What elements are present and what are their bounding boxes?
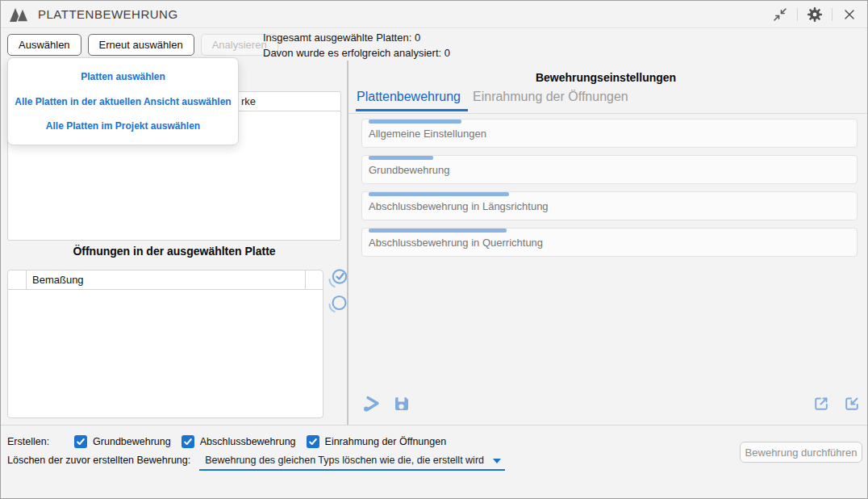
delete-mode-value: Bewehrung des gleichen Typs löschen wie …	[205, 455, 484, 466]
menu-item-select-all-in-project[interactable]: Alle Platten im Projekt auswählen	[8, 120, 238, 132]
settings-gear-icon[interactable]	[805, 5, 824, 24]
active-tab-underline	[356, 109, 468, 111]
chevron-down-icon	[493, 459, 501, 463]
export-settings-icon[interactable]	[812, 395, 830, 413]
close-icon[interactable]	[840, 5, 859, 24]
delete-previous-label: Löschen der zuvor erstellten Bewehrung:	[7, 455, 190, 466]
save-settings-icon[interactable]	[393, 395, 411, 413]
section-progress-bar	[369, 120, 461, 124]
status-total-selected: Insgesamt ausgewählte Platten: 0	[263, 30, 450, 45]
deselect-all-openings-icon[interactable]	[327, 292, 348, 315]
plattenbewehrung-window: PLATTENBEWEHRUNG	[0, 0, 868, 499]
delete-mode-dropdown[interactable]: Bewehrung des gleichen Typs löschen wie …	[199, 451, 505, 471]
create-label: Erstellen:	[7, 436, 49, 447]
share-settings-icon[interactable]	[363, 395, 382, 413]
status-block: Insgesamt ausgewählte Platten: 0 Davon w…	[263, 30, 450, 61]
titlebar-separator	[832, 8, 833, 21]
openings-table-header: Bemaßung	[8, 270, 323, 290]
reinforcement-settings-title: Bewehrungseinstellungen	[350, 71, 862, 84]
checkbox-label-einrahmung: Einrahmung der Öffnungen	[325, 436, 447, 447]
menu-item-select-all-in-view[interactable]: Alle Platten in der aktuellen Ansicht au…	[8, 96, 238, 107]
select-all-openings-icon[interactable]	[327, 267, 348, 290]
checkbox-grundbewehrung[interactable]	[74, 435, 87, 448]
collapse-window-icon[interactable]	[770, 5, 790, 24]
openings-section-title: Öffnungen in der ausgewählten Platte	[7, 245, 341, 258]
create-options-row: Erstellen: Grundbewehrung Abschlussbeweh…	[7, 434, 457, 450]
menu-item-select-plates[interactable]: Platten auswählen	[8, 71, 238, 82]
checkbox-label-abschlussbewehrung: Abschlussbewehrung	[200, 436, 296, 447]
section-grundbewehrung[interactable]: Grundbewehrung	[361, 155, 858, 184]
titlebar-controls	[770, 5, 859, 24]
import-settings-icon[interactable]	[843, 395, 861, 413]
footer-divider	[1, 425, 868, 426]
openings-end-column	[305, 270, 323, 289]
section-abschlussbewehrung-querrichtung[interactable]: Abschlussbewehrung in Querrichtung	[361, 228, 858, 257]
section-progress-bar	[369, 156, 433, 160]
checkbox-einrahmung-der-oeffnungen[interactable]	[307, 435, 319, 448]
run-reinforcement-button[interactable]: Bewehrung durchführen	[740, 442, 862, 463]
tab-plattenbewehrung[interactable]: Plattenbewehrung	[357, 90, 461, 104]
checkbox-abschlussbewehrung[interactable]	[182, 435, 194, 448]
openings-selector-column	[8, 270, 27, 289]
status-analyzed: Davon wurde es erfolgreich analysiert: 0	[263, 45, 450, 61]
titlebar-separator	[797, 8, 798, 21]
openings-table[interactable]: Bemaßung	[7, 270, 323, 418]
panel-divider	[347, 61, 348, 425]
reselect-button[interactable]: Erneut auswählen	[88, 34, 194, 56]
select-dropdown-menu: Platten auswählen Alle Platten in der ak…	[7, 57, 239, 145]
section-progress-bar	[369, 229, 507, 233]
tab-strip-divider	[348, 113, 868, 114]
window-title: PLATTENBEWEHRUNG	[38, 7, 178, 21]
openings-dimension-column-header: Bemaßung	[27, 270, 305, 289]
checkbox-label-grundbewehrung: Grundbewehrung	[93, 436, 171, 447]
section-allgemeine-einstellungen[interactable]: Allgemeine Einstellungen	[361, 119, 858, 148]
section-abschlussbewehrung-laengsrichtung[interactable]: Abschlussbewehrung in Längsrichtung	[361, 191, 858, 220]
delete-option-row: Löschen der zuvor erstellten Bewehrung: …	[7, 451, 505, 471]
select-button[interactable]: Auswählen	[7, 34, 81, 56]
toolbar: Auswählen Erneut auswählen Analysieren	[7, 34, 278, 56]
title-bar: PLATTENBEWEHRUNG	[1, 1, 867, 28]
section-progress-bar	[369, 192, 509, 196]
app-logo-icon	[9, 6, 30, 23]
tab-einrahmung-der-oeffnungen[interactable]: Einrahmung der Öffnungen	[473, 90, 628, 104]
